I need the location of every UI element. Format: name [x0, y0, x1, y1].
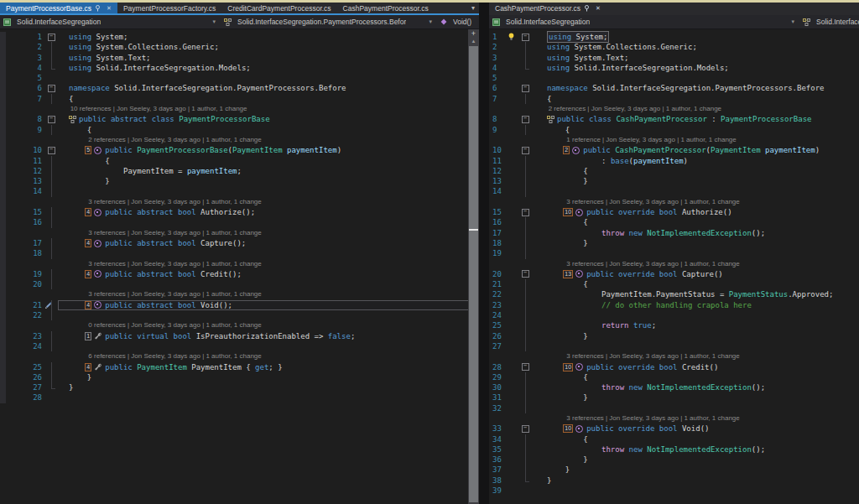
- code-text[interactable]: PaymentItem = paymentItem;: [58, 166, 479, 176]
- fold-margin[interactable]: −: [44, 32, 58, 42]
- fold-margin[interactable]: [518, 279, 532, 289]
- collapse-toggle-icon[interactable]: −: [522, 116, 529, 123]
- fold-margin[interactable]: [44, 217, 58, 227]
- code-text[interactable]: [532, 73, 859, 83]
- code-line-35[interactable]: 35throw new NotImplementedException();: [489, 444, 859, 455]
- code-line-31[interactable]: 31}: [489, 392, 859, 403]
- fold-margin[interactable]: [518, 186, 532, 196]
- code-line-32[interactable]: 32: [489, 403, 859, 413]
- fold-margin[interactable]: [44, 156, 58, 166]
- code-text[interactable]: }: [532, 331, 859, 341]
- code-line-10[interactable]: 10−2public CashPaymentProcessor(PaymentI…: [489, 145, 859, 155]
- fold-margin[interactable]: [518, 465, 532, 475]
- code-text[interactable]: {: [532, 372, 859, 382]
- codelens-row[interactable]: 2 references | Jon Seeley, 3 days ago | …: [0, 135, 479, 145]
- code-line-4[interactable]: 4using Solid.InterfaceSegregation.Models…: [489, 63, 859, 73]
- code-text[interactable]: [532, 486, 859, 496]
- code-line-9[interactable]: 9{: [0, 125, 479, 135]
- collapse-toggle-icon[interactable]: −: [48, 34, 55, 41]
- code-text[interactable]: {: [532, 434, 859, 444]
- fold-margin[interactable]: [44, 269, 58, 279]
- codelens-row[interactable]: 3 references | Jon Seeley, 3 days ago | …: [489, 259, 859, 269]
- code-line-15[interactable]: 15−10public override bool Authorize(): [489, 207, 859, 217]
- code-line-26[interactable]: 26}: [489, 331, 859, 341]
- codelens-row[interactable]: 3 references | Jon Seeley, 3 days ago | …: [489, 351, 859, 361]
- codelens-text[interactable]: 3 references | Jon Seeley, 3 days ago | …: [532, 351, 859, 361]
- code-text[interactable]: {: [532, 166, 859, 176]
- code-line-5[interactable]: 5: [0, 73, 479, 83]
- code-line-3[interactable]: 3using System.Text;: [489, 53, 859, 63]
- close-icon[interactable]: ✕: [107, 5, 112, 12]
- collapse-toggle-icon[interactable]: −: [48, 85, 55, 92]
- codelens-row[interactable]: 3 references | Jon Seeley, 3 days ago | …: [0, 228, 479, 238]
- collapse-toggle-icon[interactable]: −: [522, 147, 529, 154]
- tab-list-caret-icon[interactable]: ▾: [467, 3, 479, 13]
- code-line-9[interactable]: 9{: [489, 125, 859, 135]
- code-text[interactable]: using System;: [532, 32, 859, 42]
- change-count-badge[interactable]: 5: [85, 146, 91, 154]
- code-line-23[interactable]: 23// do other handling crapola here: [489, 300, 859, 310]
- code-text[interactable]: 10public override bool Authorize(): [532, 207, 859, 217]
- code-text[interactable]: [58, 186, 479, 196]
- code-text[interactable]: }: [532, 176, 859, 186]
- code-text[interactable]: }: [532, 475, 859, 486]
- fold-margin[interactable]: [518, 320, 532, 330]
- code-line-38[interactable]: 38}: [489, 475, 859, 486]
- fold-margin[interactable]: [44, 238, 58, 248]
- code-line-3[interactable]: 3using System.Text;: [0, 53, 479, 63]
- code-line-25[interactable]: 254public PaymentItem PaymentItem { get;…: [0, 362, 479, 372]
- fold-margin[interactable]: [44, 310, 58, 320]
- fold-margin[interactable]: [518, 94, 532, 104]
- fold-margin[interactable]: [518, 238, 532, 248]
- code-line-18[interactable]: 18}: [489, 238, 859, 248]
- code-line-20[interactable]: 20: [0, 279, 479, 289]
- fold-margin[interactable]: [44, 382, 58, 392]
- change-count-badge[interactable]: 2: [563, 146, 570, 154]
- code-text[interactable]: }: [532, 455, 859, 465]
- collapse-toggle-icon[interactable]: −: [522, 270, 529, 278]
- code-line-21[interactable]: 21{: [489, 279, 859, 289]
- code-text[interactable]: 4public PaymentItem PaymentItem { get; }: [58, 362, 479, 372]
- code-text[interactable]: }: [532, 238, 859, 248]
- code-text[interactable]: throw new NotImplementedException();: [532, 382, 859, 392]
- fold-margin[interactable]: [518, 63, 532, 73]
- code-text[interactable]: // do other handling crapola here: [532, 300, 859, 310]
- code-line-37[interactable]: 37}: [489, 465, 859, 475]
- code-text[interactable]: [532, 310, 859, 320]
- code-text[interactable]: [532, 341, 859, 351]
- code-text[interactable]: using System.Collections.Generic;: [532, 42, 859, 52]
- pane-splitter[interactable]: [479, 3, 489, 504]
- fold-margin[interactable]: [518, 310, 532, 320]
- code-text[interactable]: using Solid.InterfaceSegregation.Models;: [532, 63, 859, 73]
- fold-margin[interactable]: [518, 53, 532, 63]
- code-line-27[interactable]: 27: [489, 341, 859, 351]
- code-line-6[interactable]: 6−namespace Solid.InterfaceSegregation.P…: [0, 83, 479, 93]
- nav-dropdown-0[interactable]: Solid.InterfaceSegregation▾: [0, 15, 221, 29]
- code-line-17[interactable]: 174public abstract bool Capture();: [0, 238, 479, 248]
- collapse-toggle-icon[interactable]: −: [522, 425, 529, 433]
- code-line-24[interactable]: 24: [489, 310, 859, 320]
- codelens-row[interactable]: 0 references | Jon Seeley, 3 days ago | …: [0, 320, 479, 330]
- codelens-text[interactable]: 6 references | Jon Seeley, 3 days ago | …: [58, 351, 479, 361]
- code-editor[interactable]: 1−using System;2using System.Collections…: [0, 29, 479, 504]
- fold-margin[interactable]: [518, 289, 532, 299]
- fold-margin[interactable]: [44, 94, 58, 104]
- code-line-16[interactable]: 16{: [489, 217, 859, 227]
- fold-margin[interactable]: [518, 486, 532, 496]
- codelens-text[interactable]: 10 references | Jon Seeley, 3 days ago |…: [58, 104, 479, 114]
- code-line-26[interactable]: 26}: [0, 372, 479, 382]
- code-line-23[interactable]: 231public virtual bool IsPreauthorizatio…: [0, 331, 479, 341]
- code-text[interactable]: using System.Text;: [58, 53, 479, 63]
- code-text[interactable]: using Solid.InterfaceSegregation.Models;: [58, 63, 479, 73]
- codelens-row[interactable]: 3 references | Jon Seeley, 3 days ago | …: [0, 259, 479, 269]
- nav-dropdown-0[interactable]: Solid.InterfaceSegregation▾: [489, 15, 799, 29]
- codelens-text[interactable]: 0 references | Jon Seeley, 3 days ago | …: [58, 320, 479, 330]
- fold-margin[interactable]: [518, 341, 532, 351]
- code-line-22[interactable]: 22: [0, 310, 479, 320]
- fold-margin[interactable]: [518, 444, 532, 455]
- code-text[interactable]: 1public virtual bool IsPreauthorizationE…: [58, 331, 479, 341]
- codelens-text[interactable]: 3 references | Jon Seeley, 3 days ago | …: [58, 197, 479, 207]
- change-count-badge[interactable]: 1: [85, 332, 91, 340]
- code-line-1[interactable]: 1−using System;: [0, 32, 479, 42]
- code-line-33[interactable]: 33−10public override bool Void(): [489, 423, 859, 434]
